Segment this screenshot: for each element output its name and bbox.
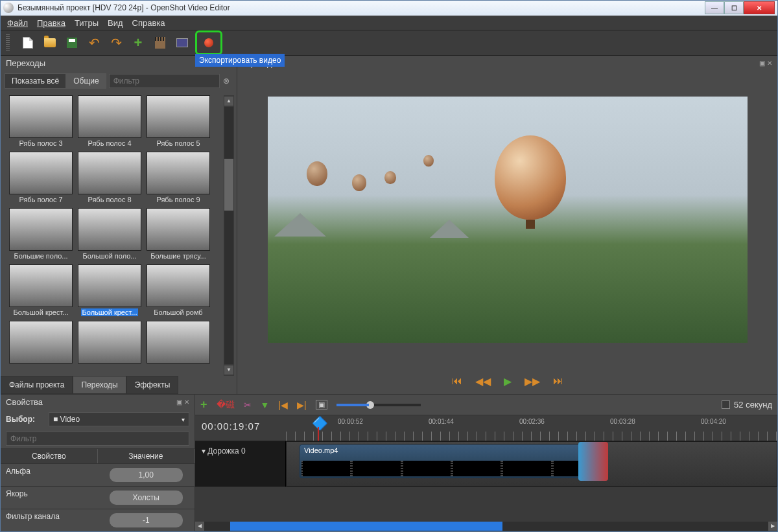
tab-project-files[interactable]: Файлы проекта [1, 376, 73, 394]
playback-controls: ⏮ ◀◀ ▶ ▶▶ ⏭ [237, 368, 777, 394]
properties-title: Свойства [6, 397, 43, 407]
transition-thumb[interactable]: Рябь полос 3 [8, 95, 73, 150]
scroll-down-button[interactable]: ▼ [224, 365, 233, 375]
prev-marker-button[interactable]: |◀ [278, 400, 288, 410]
transition-thumb[interactable]: Большие поло... [8, 208, 73, 263]
transitions-scrollbar[interactable]: ▲ ▼ [224, 95, 234, 376]
play-button[interactable]: ▶ [504, 375, 512, 387]
ruler-mark: 00:03:28 [610, 418, 635, 425]
playhead-icon[interactable]: 🔷 [312, 415, 328, 431]
toolbar-handle [6, 34, 10, 51]
export-tooltip: Экспортировать видео [195, 54, 285, 67]
add-track-button[interactable]: + [200, 398, 207, 411]
undo-button[interactable]: ↶ [88, 36, 100, 49]
toolbar: ↶ ↶ + Экспортировать видео [1, 30, 777, 56]
menu-titles[interactable]: Титры [75, 18, 99, 28]
razor-button[interactable]: ✂ [244, 400, 252, 410]
center-button[interactable]: ▣ [316, 400, 327, 410]
next-marker-button[interactable]: ▶| [297, 400, 307, 410]
transition-thumb[interactable]: Большие трясу... [146, 208, 211, 263]
minimize-button[interactable] [705, 1, 724, 14]
transition-thumb[interactable]: Рябь полос 8 [77, 152, 142, 207]
select-dropdown[interactable]: ■ Video [49, 412, 189, 426]
preview-dock-icons[interactable]: ▣ ✕ [759, 60, 772, 67]
ruler-mark: 00:04:20 [701, 418, 726, 425]
property-row[interactable]: ЯкорьХолсты [1, 486, 194, 509]
transition-thumb[interactable]: Большой поло... [77, 208, 142, 263]
timeline-ruler[interactable]: 🔷 00:00:5200:01:4400:02:3600:03:2800:04:… [286, 415, 777, 441]
transition-thumb[interactable]: Рябь полос 5 [146, 95, 211, 150]
rewind-button[interactable]: ◀◀ [475, 375, 491, 387]
menu-view[interactable]: Вид [108, 18, 123, 28]
scroll-left-button[interactable]: ◀ [195, 522, 204, 531]
timeline-scrollbar[interactable]: ◀ ▶ [195, 521, 777, 531]
app-icon [3, 3, 14, 13]
new-project-button[interactable] [21, 36, 34, 49]
transition-thumb[interactable]: Рябь полос 4 [77, 95, 142, 150]
jump-start-button[interactable]: ⏮ [452, 375, 462, 387]
timecode: 00:00:19:07 [195, 415, 286, 441]
properties-filter-input[interactable] [6, 432, 189, 446]
ruler-mark: 00:02:36 [519, 418, 545, 425]
marker-button[interactable]: ▼ [261, 400, 270, 410]
menu-edit[interactable]: Правка [37, 18, 65, 28]
transition-thumb[interactable]: Большой крест... [8, 264, 73, 319]
zoom-slider[interactable] [336, 404, 421, 406]
save-project-button[interactable] [65, 36, 78, 49]
scroll-right-button[interactable]: ▶ [768, 522, 777, 531]
close-button[interactable] [744, 1, 775, 14]
transitions-filter-input[interactable] [109, 74, 220, 88]
transition-thumb[interactable] [8, 321, 73, 376]
transition-thumb[interactable] [77, 321, 142, 376]
scroll-thumb[interactable] [224, 159, 233, 211]
properties-dock-icons[interactable]: ▣ ✕ [176, 399, 189, 406]
clear-filter-button[interactable]: ⊗ [220, 76, 233, 86]
menu-file[interactable]: Файл [7, 18, 28, 28]
property-row[interactable]: Альфа1,00 [1, 463, 194, 486]
profile-button[interactable] [154, 36, 167, 49]
timeline-panel: + �磁 ✂ ▼ |◀ ▶| ▣ 52 секунд 00:00:19:07 [195, 395, 777, 531]
maximize-button[interactable] [724, 1, 744, 14]
duration-checkbox[interactable] [722, 400, 730, 409]
window-title: Безымянный проект [HDV 720 24p] - OpenSh… [18, 3, 705, 12]
properties-panel: Свойства ▣ ✕ Выбор: ■ Video Свойство Зна… [1, 395, 195, 531]
snap-button[interactable]: �磁 [217, 399, 235, 411]
import-button[interactable]: + [132, 36, 145, 49]
track-lane[interactable]: Video.mp4 [286, 441, 777, 487]
hscroll-thumb[interactable] [230, 522, 502, 531]
tab-effects[interactable]: Эффекты [126, 376, 179, 394]
tab-common[interactable]: Общие [66, 73, 106, 89]
transition-thumb[interactable]: Большой крест... [77, 264, 142, 319]
transition-clip[interactable] [578, 442, 608, 481]
ruler-mark: 00:00:52 [338, 418, 363, 425]
transition-thumb[interactable]: Рябь полос 7 [8, 152, 73, 207]
tab-transitions[interactable]: Переходы [73, 376, 126, 394]
property-row[interactable]: Фильтр канала-1 [1, 509, 194, 531]
fullscreen-button[interactable] [176, 36, 189, 49]
transition-thumb[interactable] [146, 321, 211, 376]
tab-show-all[interactable]: Показать всё [5, 73, 66, 89]
video-clip[interactable]: Video.mp4 [300, 445, 604, 478]
scroll-up-button[interactable]: ▲ [224, 97, 233, 106]
select-label: Выбор: [6, 415, 45, 424]
export-video-button[interactable] [195, 30, 222, 55]
transition-thumb[interactable]: Большой ромб [146, 264, 211, 319]
duration-label: 52 секунд [734, 400, 772, 410]
fast-forward-button[interactable]: ▶▶ [525, 375, 540, 387]
ruler-mark: 00:01:44 [429, 418, 454, 425]
menubar: Файл Правка Титры Вид Справка [1, 16, 777, 30]
track-header[interactable]: ▾ Дорожка 0 [195, 441, 286, 487]
titlebar: Безымянный проект [HDV 720 24p] - OpenSh… [1, 1, 777, 16]
video-preview[interactable] [268, 97, 748, 343]
jump-end-button[interactable]: ⏭ [553, 375, 563, 387]
transitions-panel: Переходы ▣ ✕ Показать всё Общие ⊗ Рябь п… [1, 56, 237, 394]
transition-thumb[interactable]: Рябь полос 9 [146, 152, 211, 207]
redo-button[interactable]: ↶ [110, 36, 123, 49]
transitions-panel-title: Переходы [6, 58, 45, 68]
menu-help[interactable]: Справка [132, 18, 165, 28]
col-value[interactable]: Значение [98, 449, 195, 463]
preview-panel: отр видео ▣ ✕ ⏮ ◀◀ ▶ ▶▶ ⏭ [237, 56, 777, 394]
open-project-button[interactable] [43, 36, 56, 49]
transitions-grid: Рябь полос 3Рябь полос 4Рябь полос 5Рябь… [8, 95, 211, 376]
col-property[interactable]: Свойство [1, 449, 98, 463]
